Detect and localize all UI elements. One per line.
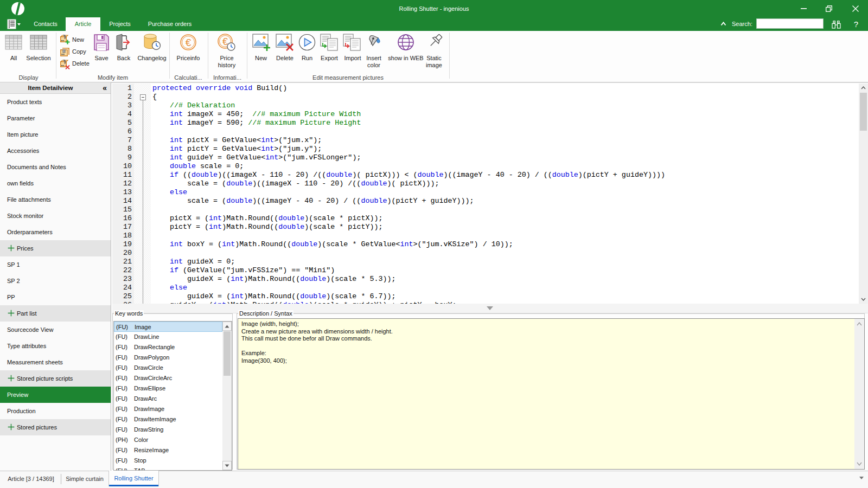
svg-text:€: €: [222, 36, 228, 47]
svg-text:€: €: [186, 37, 192, 48]
